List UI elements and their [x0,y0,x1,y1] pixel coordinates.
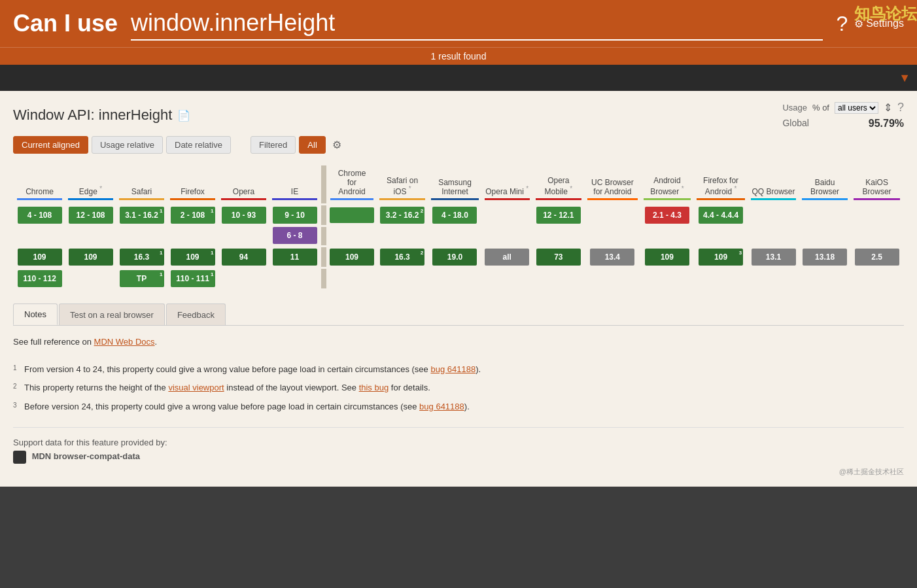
col-samsung: Samsung Internet [429,165,480,203]
col-opera-mobile: Opera Mobile * [534,165,583,203]
notes-tab-test[interactable]: Test on a real browser [59,303,165,325]
result-count: 1 result found [0,47,917,65]
site-title: Can I use [13,10,118,37]
uc-current: 13.4 [590,249,634,266]
col-uc: UC Browser for Android [585,165,640,203]
notes-tab-notes[interactable]: Notes [13,303,58,325]
tab-usage-relative[interactable]: Usage relative [92,136,163,154]
compat-table-container: Chrome Edge * Safari Firefox [13,164,904,290]
help-usage-icon[interactable]: ? [897,101,904,114]
visual-viewport-link[interactable]: visual viewport [168,383,224,392]
support-data-label: Support data for this feature provided b… [13,438,904,447]
safari-ios-old: 3.2 - 16.2 2 [380,207,424,224]
tab-filtered[interactable]: Filtered [251,136,296,154]
settings-gear-icon[interactable]: ⚙ [332,139,341,151]
mdn-brand: MDN browser-compat-data [32,451,140,461]
notes-content: See full reference on MDN Web Docs. 1 Fr… [13,336,904,414]
divider-cell-old [321,205,326,225]
footnote-1: 1 From version 4 to 24, this property co… [13,363,904,377]
feature-title: Window API: innerHeight 📄 [13,107,190,124]
footnote-2: 2 This property returns the height of th… [13,381,904,395]
tab-date-relative[interactable]: Date relative [166,136,231,154]
dropdown-arrow[interactable]: ⇕ [884,101,892,114]
table-row-ie-special: 6 - 8 [15,227,902,245]
feature-header: Window API: innerHeight 📄 Usage % of all… [13,101,904,130]
opera-current: 94 [222,249,266,266]
usage-scope: Global [782,118,808,130]
col-safari-ios: Safari on iOS * [377,165,427,203]
qq-current: 13.1 [752,249,796,266]
users-dropdown[interactable]: all users [835,102,878,114]
android-current: 109 [645,249,689,266]
usage-label: Usage [782,103,807,112]
compat-table: Chrome Edge * Safari Firefox [13,164,904,290]
bug-link-1[interactable]: bug 641188 [430,364,476,374]
notes-tab-feedback[interactable]: Feedback [166,303,226,325]
mdn-credit: MDN browser-compat-data [13,451,904,464]
chrome-current: 109 [18,249,62,266]
qq-old [752,211,796,218]
notes-intro: See full reference on MDN Web Docs. [13,336,904,349]
col-firefox-android: Firefox for Android * [695,165,747,203]
baidu-old [803,211,847,218]
android-old: 2.1 - 4.3 [645,207,689,224]
col-firefox: Firefox [168,165,217,203]
doc-icon[interactable]: 📄 [177,109,190,122]
samsung-current: 19.0 [432,249,477,266]
bug-link-3[interactable]: bug 641188 [419,402,464,411]
table-row-future: 110 - 112 TP 1 110 - 111 1 [15,269,902,288]
col-android: Android Browser * [642,165,693,203]
table-row-old: 4 - 108 12 - 108 3.1 - 16.2 1 2 - 108 1 … [15,205,902,225]
header: Can I use ? ⚙ Settings 1 result found 知鸟… [0,0,917,65]
safari-future: TP 1 [120,270,164,287]
notes-tabs: Notes Test on a real browser Feedback [13,303,904,326]
edge-future [69,274,113,282]
baidu-current: 13.18 [803,249,847,266]
firefox-future: 110 - 111 1 [171,270,215,287]
bottom-watermark: @稀土掘金技术社区 [13,467,904,477]
edge-old: 12 - 108 [69,207,113,224]
filter-icon[interactable]: ▼ [899,71,910,85]
dark-bar: ▼ [0,65,917,91]
kaios-current: 2.5 [855,249,899,266]
usage-of: % of [812,103,829,112]
safari-current: 16.3 1 [120,249,164,266]
watermark: 知鸟论坛 [854,3,917,24]
col-edge: Edge * [66,165,115,203]
tab-all[interactable]: All [299,136,325,154]
col-chrome-android: ChromeforAndroid [328,165,375,203]
opera-mini-old [485,211,529,218]
col-kaios: KaiOS Browser [852,165,902,203]
this-bug-link[interactable]: this bug [359,383,389,392]
col-opera-mini: Opera Mini * [483,165,532,203]
chrome-android-old [330,207,374,223]
usage-info: Usage % of all users ⇕ ? Global 95.79% [782,101,904,130]
opera-mobile-current: 73 [536,249,581,266]
ie-old-special: 6 - 8 [273,227,317,244]
usage-percent: 95.79% [869,118,904,130]
mdn-docs-link[interactable]: MDN Web Docs [94,337,155,347]
opera-mini-current: all [485,249,529,266]
table-row-current: 109 109 16.3 1 109 1 94 11 109 16.3 2 19… [15,247,902,267]
view-tabs: Current aligned Usage relative Date rela… [13,136,904,154]
firefox-android-current: 109 3 [699,249,743,266]
opera-future [222,274,266,282]
col-opera: Opera [219,165,268,203]
col-qq: QQ Browser [749,165,798,203]
col-ie: IE [270,165,319,203]
search-input[interactable] [131,7,823,41]
tab-current-aligned[interactable]: Current aligned [13,136,88,154]
ie-current: 11 [273,249,317,266]
support-data: Support data for this feature provided b… [13,427,904,464]
footnote-3: 3 Before version 24, this property could… [13,400,904,414]
ie-future [273,274,317,282]
edge-current: 109 [69,249,113,266]
uc-old [590,211,634,218]
firefox-current: 109 1 [171,249,215,266]
opera-old: 10 - 93 [222,207,266,224]
col-baidu: Baidu Browser [800,165,850,203]
help-icon: ? [836,12,848,36]
col-safari: Safari [117,165,166,203]
section-divider [321,165,326,203]
safari-old: 3.1 - 16.2 1 [120,207,164,224]
